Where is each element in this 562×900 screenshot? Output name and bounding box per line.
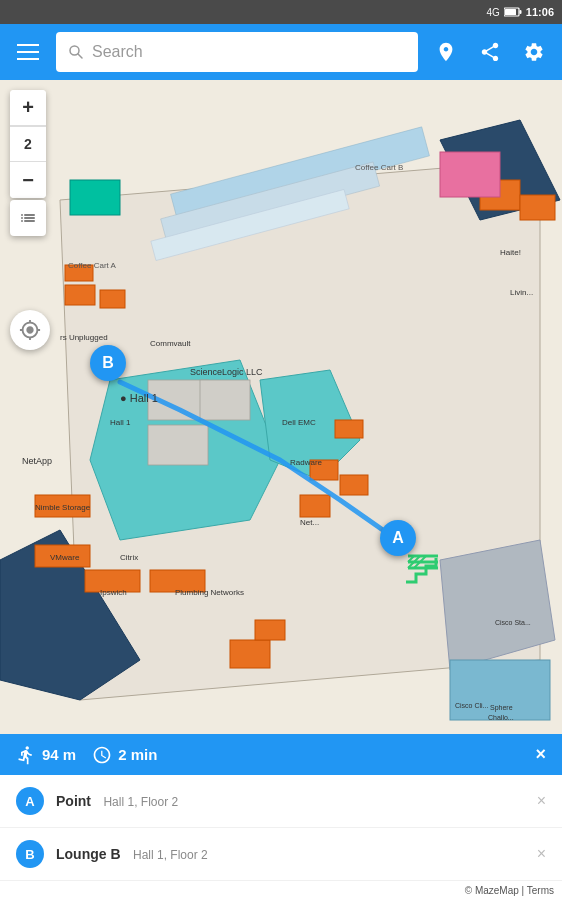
svg-rect-34	[148, 425, 208, 465]
svg-text:Dell EMC: Dell EMC	[282, 418, 316, 427]
svg-rect-24	[255, 620, 285, 640]
battery-icon	[504, 7, 522, 17]
attribution-text: © MazeMap | Terms	[465, 885, 554, 896]
svg-text:Citrix: Citrix	[120, 553, 138, 562]
hamburger-icon	[17, 44, 39, 60]
settings-button[interactable]	[514, 32, 554, 72]
waypoints-list: A Point Hall 1, Floor 2 × B Lounge B Hal…	[0, 775, 562, 881]
svg-rect-2	[505, 9, 516, 15]
marker-a-circle: A	[380, 520, 416, 556]
svg-text:Net...: Net...	[300, 518, 319, 527]
search-placeholder: Search	[92, 43, 143, 61]
zoom-controls: + 2 −	[10, 90, 46, 198]
svg-text:Radware: Radware	[290, 458, 323, 467]
svg-text:Nimble Storage: Nimble Storage	[35, 503, 91, 512]
top-bar: Search	[0, 24, 562, 80]
svg-rect-30	[520, 195, 555, 220]
svg-text:Cisco Sta...: Cisco Sta...	[495, 619, 531, 626]
location-pin-button[interactable]	[426, 32, 466, 72]
time-stat: 2 min	[92, 745, 157, 765]
svg-text:ScienceLogic LLC: ScienceLogic LLC	[190, 367, 263, 377]
crosshair-icon	[19, 319, 41, 341]
location-button[interactable]	[10, 310, 50, 350]
status-bar: 4G 11:06	[0, 0, 562, 24]
waypoint-item-b: B Lounge B Hall 1, Floor 2 ×	[0, 828, 562, 881]
share-button[interactable]	[470, 32, 510, 72]
svg-rect-1	[519, 10, 521, 14]
svg-text:NetApp: NetApp	[22, 456, 52, 466]
zoom-in-button[interactable]: +	[10, 90, 46, 126]
gear-icon	[523, 41, 545, 63]
waypoint-subloc-a: Hall 1, Floor 2	[103, 795, 178, 809]
waypoint-name-b: Lounge B	[56, 846, 121, 862]
floor-selector[interactable]	[10, 200, 46, 236]
svg-rect-17	[100, 290, 125, 308]
share-icon	[479, 41, 501, 63]
waypoint-name-a: Point	[56, 793, 91, 809]
waypoint-marker-b: B	[16, 840, 44, 868]
distance-stat: 94 m	[16, 745, 76, 765]
map-svg: NetApp Nimble Storage VMware Citrix Ipsw…	[0, 80, 562, 740]
svg-text:Ipswich: Ipswich	[100, 588, 127, 597]
floor-level: 2	[10, 126, 46, 162]
location-pin-icon	[435, 41, 457, 63]
marker-b-circle: B	[90, 345, 126, 381]
zoom-out-button[interactable]: −	[10, 162, 46, 198]
svg-rect-31	[70, 180, 120, 215]
svg-rect-25	[300, 495, 330, 517]
svg-text:Haite!: Haite!	[500, 248, 521, 257]
marker-b[interactable]: B	[90, 345, 126, 381]
svg-text:Plumbing Networks: Plumbing Networks	[175, 588, 244, 597]
svg-rect-35	[200, 380, 250, 420]
nav-info-bar: 94 m 2 min ×	[0, 734, 562, 775]
clock: 11:06	[526, 6, 554, 18]
waypoint-remove-a[interactable]: ×	[537, 792, 546, 810]
svg-rect-32	[440, 152, 500, 197]
map-container[interactable]: NetApp Nimble Storage VMware Citrix Ipsw…	[0, 80, 562, 740]
svg-rect-15	[450, 660, 550, 720]
bottom-panel: 94 m 2 min × A Point Hall 1, Floor 2 × B…	[0, 734, 562, 900]
clock-icon	[92, 745, 112, 765]
search-bar[interactable]: Search	[56, 32, 418, 72]
floor-list-icon	[19, 209, 37, 227]
svg-text:Sphere: Sphere	[490, 704, 513, 712]
svg-text:VMware: VMware	[50, 553, 80, 562]
waypoint-subloc-b: Hall 1, Floor 2	[133, 848, 208, 862]
svg-text:Hall 1: Hall 1	[110, 418, 131, 427]
waypoint-marker-a: A	[16, 787, 44, 815]
close-nav-button[interactable]: ×	[535, 744, 546, 765]
waypoint-info-a: Point Hall 1, Floor 2	[56, 792, 525, 810]
attribution: © MazeMap | Terms	[0, 881, 562, 900]
menu-button[interactable]	[8, 32, 48, 72]
waypoint-info-b: Lounge B Hall 1, Floor 2	[56, 845, 525, 863]
svg-text:Coffee Cart A: Coffee Cart A	[68, 261, 117, 270]
search-icon	[68, 44, 84, 60]
walk-icon	[16, 745, 36, 765]
status-icons: 4G 11:06	[487, 6, 554, 18]
svg-rect-28	[335, 420, 363, 438]
svg-text:rs Unplugged: rs Unplugged	[60, 333, 108, 342]
distance-value: 94 m	[42, 746, 76, 763]
svg-text:Commvault: Commvault	[150, 339, 191, 348]
waypoint-item-a: A Point Hall 1, Floor 2 ×	[0, 775, 562, 828]
svg-rect-16	[65, 285, 95, 305]
signal-icon: 4G	[487, 7, 500, 18]
svg-text:Livin...: Livin...	[510, 288, 533, 297]
top-bar-actions	[426, 32, 554, 72]
time-value: 2 min	[118, 746, 157, 763]
svg-text:Coffee Cart B: Coffee Cart B	[355, 163, 403, 172]
marker-a[interactable]: A	[380, 520, 416, 556]
waypoint-remove-b[interactable]: ×	[537, 845, 546, 863]
svg-text:Challo...: Challo...	[488, 714, 514, 721]
svg-text:Cisco Cli...: Cisco Cli...	[455, 702, 489, 709]
svg-rect-23	[230, 640, 270, 668]
svg-rect-26	[340, 475, 368, 495]
svg-line-4	[78, 54, 82, 58]
